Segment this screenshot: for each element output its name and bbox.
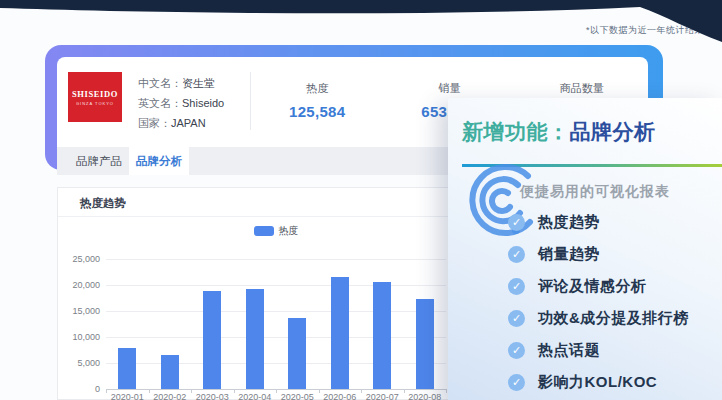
x-tick-label: 2020-04 <box>234 392 277 400</box>
y-tick-label: 25,000 <box>72 254 100 264</box>
bar-2020-04 <box>246 289 264 389</box>
bar-2020-02 <box>161 355 179 389</box>
x-tick-label: 2020-06 <box>319 392 362 400</box>
chart-plot: 05,00010,00015,00020,00025,0002020-01202… <box>106 259 446 389</box>
y-tick-label: 15,000 <box>72 306 100 316</box>
x-tick-label: 2020-01 <box>106 392 149 400</box>
feature-label: 影响力KOL/KOC <box>538 373 657 392</box>
legend-swatch <box>254 226 274 236</box>
check-icon: ✓ <box>508 374 525 391</box>
feature-item: ✓功效&成分提及排行榜 <box>448 302 722 334</box>
metric-label: 商品数量 <box>516 81 648 96</box>
feature-label: 评论及情感分析 <box>538 277 647 296</box>
bar-2020-03 <box>203 291 221 389</box>
bar-2020-06 <box>331 277 349 389</box>
axis-tick <box>446 389 447 393</box>
brand-logo-subtext: GINZA TOKYO <box>76 101 114 106</box>
brand-logo-text: SHISEIDO <box>72 89 118 99</box>
y-tick-label: 20,000 <box>72 280 100 290</box>
gridline <box>106 337 446 338</box>
brand-field-label: 英文名： <box>138 97 182 109</box>
x-tick-label: 2020-08 <box>404 392 447 400</box>
x-tick-label: 2020-05 <box>276 392 319 400</box>
promo-subtitle: 便捷易用的可视化报表 <box>520 183 670 201</box>
bar-2020-08 <box>416 299 434 389</box>
brand-field-value: JAPAN <box>171 117 206 129</box>
x-tick-label: 2020-07 <box>361 392 404 400</box>
y-tick-label: 5,000 <box>77 358 100 368</box>
metric-value: 125,584 <box>251 103 383 120</box>
feature-item: ✓销量趋势 <box>448 238 722 270</box>
chart-card-title: 热度趋势 <box>80 196 126 211</box>
promo-overlay: 新增功能：品牌分析 便捷易用的可视化报表 ✓热度趋势✓销量趋势✓评论及情感分析✓… <box>448 98 722 400</box>
check-icon: ✓ <box>508 246 525 263</box>
check-icon: ✓ <box>508 214 525 231</box>
brand-field-value: 资生堂 <box>182 77 215 89</box>
gridline <box>106 259 446 260</box>
brand-field: 国家：JAPAN <box>138 113 250 133</box>
x-tick-label: 2020-02 <box>149 392 192 400</box>
brand-field-label: 中文名： <box>138 77 182 89</box>
bar-2020-01 <box>118 348 136 389</box>
tab[interactable]: 品牌产品 <box>69 147 129 175</box>
gridline <box>106 285 446 286</box>
brand-logo: SHISEIDO GINZA TOKYO <box>68 72 122 122</box>
y-tick-label: 0 <box>95 384 100 394</box>
feature-label: 功效&成分提及排行榜 <box>538 309 689 328</box>
check-icon: ✓ <box>508 342 525 359</box>
gridline <box>106 311 446 312</box>
feature-label: 热度趋势 <box>538 213 600 232</box>
feature-label: 热点话题 <box>538 341 600 360</box>
promo-title-highlight: 新增功能： <box>462 120 570 143</box>
legend-label: 热度 <box>279 224 299 238</box>
y-tick-label: 10,000 <box>72 332 100 342</box>
promo-title-main: 品牌分析 <box>570 120 656 143</box>
feature-item: ✓热点话题 <box>448 334 722 366</box>
check-icon: ✓ <box>508 310 525 327</box>
metric-label: 热度 <box>251 81 383 96</box>
brand-field-label: 国家： <box>138 117 171 129</box>
chart-legend[interactable]: 热度 <box>106 224 446 238</box>
slide: *以下数据为近一年统计结果 SHISEIDO GINZA TOKYO 中文名：资… <box>0 0 722 400</box>
brand-field-value: Shiseido <box>182 97 224 109</box>
feature-item: ✓影响力KOL/KOC <box>448 366 722 398</box>
top-navy-band <box>0 0 722 46</box>
promo-title: 新增功能：品牌分析 <box>462 118 656 146</box>
bar-2020-05 <box>288 318 306 389</box>
feature-item: ✓评论及情感分析 <box>448 270 722 302</box>
feature-item: ✓热度趋势 <box>448 206 722 238</box>
data-period-note: *以下数据为近一年统计结果 <box>586 24 704 37</box>
bar-2020-07 <box>373 282 391 389</box>
brand-info: 中文名：资生堂英文名：Shiseido国家：JAPAN <box>138 73 250 147</box>
metric-label: 销量 <box>383 81 515 96</box>
brand-field: 英文名：Shiseido <box>138 93 250 113</box>
gridline <box>106 363 446 364</box>
feature-label: 销量趋势 <box>538 245 600 264</box>
x-tick-label: 2020-03 <box>191 392 234 400</box>
metric: 热度125,584 <box>251 57 383 147</box>
feature-list: ✓热度趋势✓销量趋势✓评论及情感分析✓功效&成分提及排行榜✓热点话题✓影响力KO… <box>448 206 722 398</box>
check-icon: ✓ <box>508 278 525 295</box>
brand-field: 中文名：资生堂 <box>138 73 250 93</box>
tab[interactable]: 品牌分析 <box>129 147 189 175</box>
